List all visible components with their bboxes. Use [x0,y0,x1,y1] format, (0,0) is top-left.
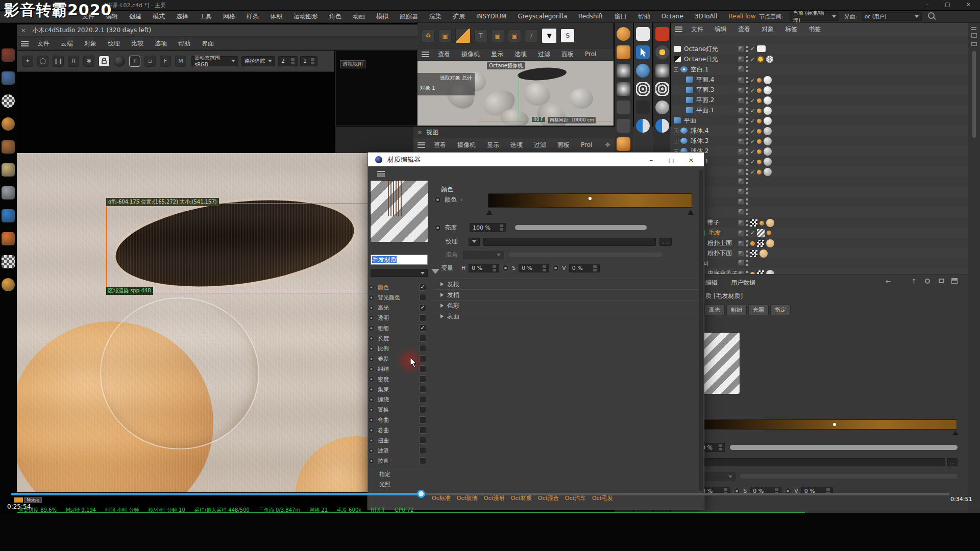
layer-tag[interactable] [738,77,744,83]
octane-convert-Oct汽车[interactable]: Oct汽车 [565,494,586,502]
menu-icon[interactable] [377,171,385,177]
visibility-dots[interactable] [746,188,748,194]
mode-tab-高光[interactable]: 高光 [704,305,725,315]
menu-item-模拟[interactable]: 模拟 [371,11,394,22]
enabled-check-icon[interactable]: ✓ [750,45,755,52]
menu-item-运动图形[interactable]: 运动图形 [288,11,324,22]
burst-icon[interactable]: ✦ [22,56,33,67]
channel-checkbox[interactable] [419,437,426,444]
material-tag[interactable] [764,127,772,135]
menu-item-Redshift[interactable]: Redshift [573,11,609,21]
uvw-tag[interactable] [757,240,764,247]
preset-select[interactable] [371,269,428,277]
orange-sphere-icon[interactable] [2,117,15,131]
picker-icon[interactable]: ▣ [438,29,452,42]
mix-mode-select[interactable] [463,251,504,259]
layer-tag[interactable] [738,46,744,52]
tree-row-球体.4[interactable]: +球体.4✓ [671,126,968,136]
visibility-dots[interactable] [746,46,748,52]
layer-tag[interactable] [738,87,744,93]
l-shape-icon[interactable] [2,163,15,177]
gradient-handle-left[interactable] [486,210,493,215]
channel-radio[interactable] [369,315,374,320]
channel-checkbox[interactable]: ✓ [419,304,426,311]
tree-row-平面.4[interactable]: 平面.4✓ [671,74,968,85]
material-tag[interactable] [764,96,772,105]
save-image-icon[interactable]: ▼ [542,28,557,43]
history-up-icon[interactable]: ↑ [911,278,917,285]
menu-item-帮助[interactable]: 帮助 [173,38,196,49]
enabled-check-icon[interactable]: ✓ [750,148,755,155]
section-发梢[interactable]: 发梢 [434,289,701,300]
s-field[interactable]: 0 % [750,487,781,495]
texture-browse-button[interactable]: … [659,238,672,246]
menu-item-Greyscalegorilla[interactable]: Greyscalegorilla [512,11,573,21]
menu-item-显示[interactable]: 显示 [481,139,505,151]
lock-icon[interactable] [939,279,944,283]
channel-checkbox[interactable] [419,314,426,321]
visibility-dots[interactable] [746,87,748,93]
enabled-check-icon[interactable]: ✓ [750,159,755,165]
menu-item-帮助[interactable]: 帮助 [632,11,656,22]
expand-icon[interactable]: + [674,139,678,143]
channel-radio[interactable] [369,325,374,331]
visibility-dots[interactable] [746,97,748,104]
enabled-check-icon[interactable]: ✓ [750,118,755,124]
checker-cube-icon[interactable] [2,255,15,268]
burst-tag[interactable] [766,56,773,63]
channel-radio[interactable] [369,335,374,341]
gradient-handle-right[interactable] [952,431,959,435]
tree-row-空白.1[interactable]: –空白.1 [671,64,968,74]
visibility-dots[interactable] [746,138,748,144]
channel-radio[interactable] [369,437,374,443]
expand-icon[interactable]: + [674,129,678,133]
pause-icon[interactable]: ❙❙ [53,56,64,67]
channel-集束[interactable]: 集束 [368,384,433,394]
material-tag[interactable] [764,137,772,145]
enabled-check-icon[interactable]: ✓ [750,128,755,135]
layer-tag[interactable] [738,260,744,266]
layer-tag[interactable] [738,169,744,175]
plus-icon[interactable] [617,119,630,133]
menu-item-显示[interactable]: 显示 [485,48,509,60]
visibility-dots[interactable] [746,159,748,165]
soft-light-icon[interactable] [617,64,630,78]
tree-row-平面.3[interactable]: 平面.3✓ [671,85,968,95]
brightness-slider[interactable] [515,225,647,230]
tree-row-粉扑下面[interactable]: 粉扑下面 [671,248,968,258]
generator-dot[interactable] [760,221,764,226]
channel-checkbox[interactable] [419,447,426,454]
tree-row-平面[interactable]: 平面✓ [671,115,968,126]
channel-checkbox[interactable] [419,457,426,464]
menu-icon[interactable] [675,27,682,32]
channel-颜色[interactable]: 颜色✓ [368,282,433,292]
visibility-dots[interactable] [746,220,748,226]
search-icon[interactable] [925,279,930,284]
expand-icon[interactable]: – [674,67,678,72]
material-large-preview[interactable] [370,180,428,242]
visibility-dots[interactable] [746,178,748,184]
enabled-check-icon[interactable]: ✓ [750,108,755,114]
material-icon[interactable]: ▣ [508,29,521,42]
blue-cube-icon[interactable] [2,71,15,85]
plugin-tab-title[interactable]: 小木c4dStudio 2020.2.1 (320 days left) [32,27,151,34]
flame-icon[interactable] [2,232,15,245]
channel-radio[interactable] [369,417,374,422]
octane-convert-Oct毛发[interactable]: Oct毛发 [592,494,613,502]
tree-row-14[interactable] [671,187,968,197]
h-field[interactable]: 0 % [469,264,499,272]
generator-dot[interactable] [757,139,762,144]
enabled-check-icon[interactable]: ✓ [750,230,755,236]
channel-checkbox[interactable]: ✓ [419,324,426,332]
visibility-dots[interactable] [746,209,748,215]
channel-radio[interactable] [369,284,374,290]
visibility-dots[interactable] [746,260,748,266]
octane-convert-Oct玻璃[interactable]: Oct玻璃 [457,494,478,502]
red-cube-icon[interactable] [2,48,15,62]
generator-dot[interactable] [767,231,771,235]
menu-item-书签[interactable]: 书签 [803,23,826,35]
grid-icon[interactable] [617,101,630,114]
uvw-tag[interactable] [750,219,757,227]
menu-item-跟踪器[interactable]: 跟踪器 [394,11,424,22]
enabled-check-icon[interactable]: ✓ [750,138,755,145]
